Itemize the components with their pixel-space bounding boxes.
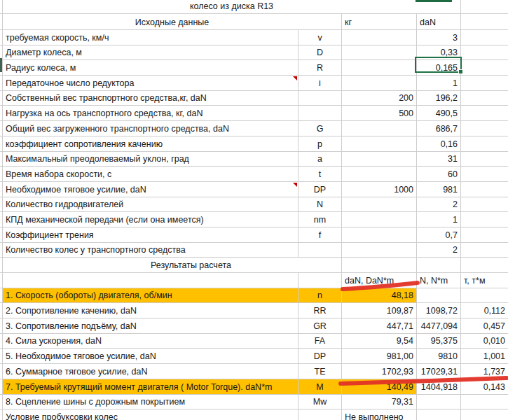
col-header-cell[interactable]: N, N*m bbox=[417, 273, 461, 288]
label-cell[interactable]: 8. Сцепление шины с дорожным покрытием bbox=[3, 395, 298, 410]
value-cell-d[interactable]: 1 bbox=[417, 212, 461, 227]
value-cell-c[interactable]: 200 bbox=[342, 91, 417, 106]
value-cell-e[interactable]: 1,001 bbox=[461, 349, 508, 363]
label-cell[interactable]: Радиус колеса, м bbox=[3, 60, 298, 75]
value-cell-d[interactable]: 0,33 bbox=[417, 46, 461, 60]
variable-cell[interactable]: nm bbox=[298, 212, 342, 227]
value-cell-e[interactable] bbox=[461, 395, 508, 410]
value-cell-d[interactable] bbox=[417, 410, 461, 420]
value-cell-d[interactable]: 1098,72 bbox=[417, 303, 461, 318]
sheet-title-cell[interactable]: колесо из диска R13 bbox=[3, 0, 461, 13]
value-cell-c[interactable]: 48,18 bbox=[342, 288, 417, 303]
label-cell[interactable]: 6. Суммарное тяговое усилие, daN bbox=[3, 364, 298, 379]
value-cell-c[interactable]: 79,31 bbox=[342, 395, 417, 410]
value-cell-e[interactable] bbox=[461, 167, 508, 181]
label-cell[interactable]: КПД механической передачи (если она имее… bbox=[3, 212, 298, 227]
value-cell-e[interactable] bbox=[461, 410, 508, 420]
value-cell-e[interactable]: 1,737 bbox=[461, 364, 508, 379]
value-cell-d[interactable]: 0,7 bbox=[417, 227, 461, 242]
col-header-dan-cell[interactable]: daN bbox=[417, 14, 461, 29]
label-cell[interactable]: Количество гидродвигателей bbox=[3, 197, 298, 212]
value-cell-d[interactable]: 95,375 bbox=[417, 334, 461, 349]
label-cell[interactable]: Условие пробуксовки колес bbox=[3, 410, 298, 420]
value-cell-c[interactable] bbox=[342, 167, 417, 181]
value-cell-e[interactable] bbox=[461, 76, 508, 90]
value-cell-e[interactable]: 0,143 bbox=[461, 379, 508, 394]
variable-cell[interactable]: TE bbox=[298, 364, 342, 379]
label-cell[interactable]: Диаметр колеса, м bbox=[3, 46, 298, 60]
value-cell-e[interactable] bbox=[461, 197, 508, 212]
value-cell-c[interactable] bbox=[342, 121, 417, 136]
value-cell-e[interactable] bbox=[461, 288, 508, 303]
label-cell[interactable]: 3. Сопротивление подъёму, daN bbox=[3, 318, 298, 333]
value-cell-e[interactable] bbox=[461, 30, 508, 45]
value-cell-e[interactable] bbox=[461, 46, 508, 60]
value-cell-d[interactable]: 60 bbox=[417, 167, 461, 181]
value-cell-c[interactable]: Не выполнено bbox=[342, 410, 417, 420]
label-cell[interactable]: Коэффициент трения bbox=[3, 227, 298, 242]
empty-cell[interactable] bbox=[342, 258, 417, 272]
variable-cell[interactable]: p bbox=[298, 136, 342, 151]
value-cell-d[interactable]: 196,2 bbox=[417, 91, 461, 106]
value-cell-e[interactable] bbox=[461, 106, 508, 120]
empty-cell[interactable] bbox=[417, 258, 461, 272]
value-cell-c[interactable] bbox=[342, 30, 417, 45]
value-cell-d[interactable]: 9810 bbox=[417, 349, 461, 363]
value-cell-c[interactable]: 140,49 bbox=[342, 379, 417, 394]
value-cell-c[interactable]: 9,54 bbox=[342, 334, 417, 349]
label-cell[interactable]: Количество колес у транспортного средств… bbox=[3, 243, 298, 258]
value-cell-c[interactable] bbox=[342, 136, 417, 151]
value-cell-d[interactable]: 0,16 bbox=[417, 136, 461, 151]
empty-cell[interactable] bbox=[298, 273, 342, 288]
label-cell[interactable]: 4. Сила ускорения, daN bbox=[3, 334, 298, 349]
value-cell-c[interactable]: 1000 bbox=[342, 182, 417, 197]
value-cell-e[interactable] bbox=[461, 182, 508, 197]
label-cell[interactable]: 7. Требуемый крутящий момент двигателя (… bbox=[3, 379, 298, 394]
value-cell-c[interactable]: 109,87 bbox=[342, 303, 417, 318]
variable-cell[interactable] bbox=[298, 91, 342, 106]
variable-cell[interactable]: t bbox=[298, 167, 342, 181]
value-cell-c[interactable] bbox=[342, 227, 417, 242]
col-header-cell[interactable]: daN, DaN*m bbox=[342, 273, 417, 288]
value-cell-c[interactable] bbox=[342, 243, 417, 258]
label-cell[interactable]: Общий вес загруженного транспортного сре… bbox=[3, 121, 298, 136]
value-cell-e[interactable] bbox=[461, 91, 508, 106]
value-cell-c[interactable]: 500 bbox=[342, 106, 417, 120]
variable-cell[interactable]: Mw bbox=[298, 395, 342, 410]
value-cell-d[interactable]: 490,5 bbox=[417, 106, 461, 120]
variable-cell[interactable]: DP bbox=[298, 349, 342, 363]
value-cell-e[interactable] bbox=[461, 227, 508, 242]
value-cell-d[interactable]: 686,7 bbox=[417, 121, 461, 136]
label-cell[interactable]: коэффициент сопротивления качению bbox=[3, 136, 298, 151]
value-cell-c[interactable] bbox=[342, 60, 417, 75]
value-cell-c[interactable] bbox=[342, 212, 417, 227]
label-cell[interactable]: Собственный вес транспортного средства,к… bbox=[3, 91, 298, 106]
value-cell-e[interactable] bbox=[461, 60, 508, 75]
label-cell[interactable]: Нагрузка на ось транспортного средства, … bbox=[3, 106, 298, 120]
section-header-cell[interactable]: Исходные данные bbox=[3, 14, 342, 29]
label-cell[interactable]: требуемая скорость, км/ч bbox=[3, 30, 298, 45]
value-cell-e[interactable] bbox=[461, 121, 508, 136]
value-cell-d[interactable]: 2 bbox=[417, 197, 461, 212]
variable-cell[interactable] bbox=[298, 106, 342, 120]
value-cell-d[interactable]: 2 bbox=[417, 243, 461, 258]
section-header-cell[interactable]: Результаты расчета bbox=[3, 258, 342, 272]
label-cell[interactable]: Передаточное число редуктора bbox=[3, 76, 298, 90]
variable-cell[interactable]: RR bbox=[298, 303, 342, 318]
variable-cell[interactable] bbox=[298, 243, 342, 258]
variable-cell[interactable]: N bbox=[298, 197, 342, 212]
variable-cell[interactable] bbox=[298, 410, 342, 420]
variable-cell[interactable]: v bbox=[298, 30, 342, 45]
value-cell-d[interactable]: 3 bbox=[417, 30, 461, 45]
value-cell-c[interactable]: 981,00 bbox=[342, 349, 417, 363]
value-cell-e[interactable]: 0,457 bbox=[461, 318, 508, 333]
value-cell-d[interactable]: 4477,094 bbox=[417, 318, 461, 333]
label-cell[interactable]: Максимальный преодолеваемый уклон, град bbox=[3, 152, 298, 167]
empty-cell[interactable] bbox=[3, 273, 298, 288]
value-cell-c[interactable]: 1702,93 bbox=[342, 364, 417, 379]
variable-cell[interactable]: G bbox=[298, 121, 342, 136]
value-cell-e[interactable] bbox=[461, 152, 508, 167]
value-cell-c[interactable] bbox=[342, 197, 417, 212]
value-cell-d[interactable] bbox=[417, 395, 461, 410]
variable-cell[interactable]: M bbox=[298, 379, 342, 394]
